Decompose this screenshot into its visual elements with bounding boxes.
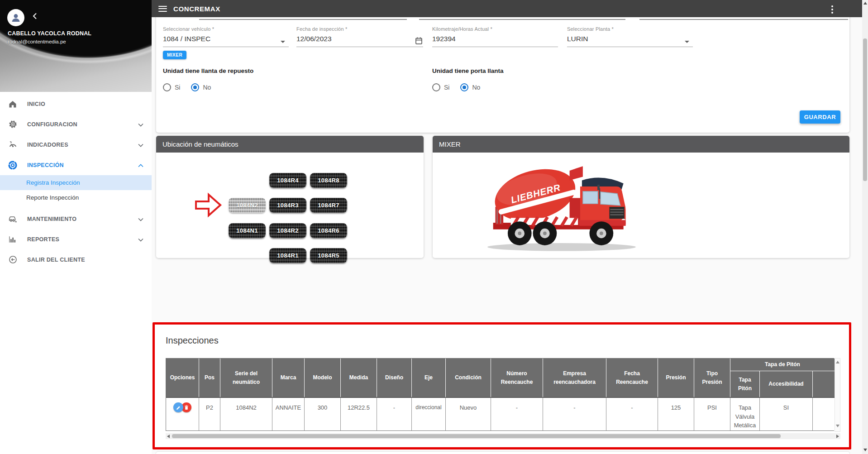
edit-row-button[interactable] <box>173 402 183 412</box>
cell-tapa-piton: Tapa Válvula Metálica <box>730 397 760 430</box>
trash-icon <box>184 405 189 410</box>
chevron-up-icon <box>138 161 143 169</box>
col-header: Fecha Reencauche <box>606 358 658 397</box>
inspections-title: Inspecciones <box>166 335 219 346</box>
tire-button[interactable]: 1084R7 <box>310 198 347 213</box>
scrolled-field-underline <box>419 19 625 20</box>
radio-label: No <box>472 84 480 91</box>
scroll-down-icon[interactable] <box>836 425 839 427</box>
cell-empresa-reencauchadora: - <box>543 397 606 430</box>
scroll-up-icon[interactable] <box>863 2 867 5</box>
cell-accesibilidad: SI <box>760 397 813 430</box>
calendar-icon[interactable] <box>415 37 422 46</box>
tire-button[interactable]: 1084R5 <box>310 248 347 263</box>
menu-icon[interactable] <box>158 4 167 13</box>
sidebar-item-inicio[interactable]: INICIO <box>0 94 152 114</box>
panel-title: MIXER <box>439 140 461 148</box>
scrollbar-thumb[interactable] <box>863 38 867 181</box>
tire-grid: 1084R4 1084R8 1084N2 1084R3 1084R7 1084N… <box>156 153 424 258</box>
tire-button[interactable]: 1084R6 <box>310 223 347 238</box>
mixer-panel: MIXER LIEBHERR <box>433 136 849 258</box>
sidebar-item-salir-del-cliente[interactable]: SALIR DEL CLIENTE <box>0 249 152 270</box>
sidebar-item-reporte-inspeccion[interactable]: Reporte Inspección <box>0 190 152 205</box>
tire-carrier-radio-group: Si No <box>432 83 486 91</box>
vehicle-icon <box>7 214 18 224</box>
radio-circle-selected[interactable] <box>460 83 468 91</box>
cell-tipo-presion: PSI <box>694 397 730 430</box>
top-app-bar: CONCREMAX <box>152 0 868 17</box>
tire-button[interactable]: 1084R4 <box>269 173 306 188</box>
collapse-sidebar-icon[interactable] <box>33 13 37 21</box>
sidebar-item-configuracion[interactable]: CONFIGURACION <box>0 114 152 134</box>
scroll-left-icon[interactable] <box>167 435 170 438</box>
scrolled-field-underline <box>199 19 407 20</box>
tire-button[interactable]: 1084N1 <box>229 223 266 238</box>
chevron-down-icon <box>138 215 143 223</box>
app-title: CONCREMAX <box>173 5 220 13</box>
field-value: 12/06/2023 <box>296 35 423 43</box>
cell-condicion: Nuevo <box>446 397 491 430</box>
radio-si[interactable]: Si <box>163 83 180 91</box>
tire-button[interactable]: 1084R3 <box>269 198 306 213</box>
dropdown-caret-icon <box>281 41 285 43</box>
tire-button-selected[interactable]: 1084N2 <box>229 198 266 213</box>
field-label: Seleccionar vehículo * <box>163 26 289 32</box>
sidebar-item-indicadores[interactable]: INDICADORES <box>0 134 152 155</box>
mixer-truck-illustration: LIEBHERR <box>469 156 654 256</box>
col-header: Eje <box>412 358 446 397</box>
scroll-right-icon[interactable] <box>836 435 839 438</box>
cell-numero-reencauche: - <box>491 397 543 430</box>
field-label: Fecha de inspección * <box>296 26 423 32</box>
plant-select[interactable]: Seleccionar Planta * LURIN <box>567 26 693 47</box>
next-section-edge <box>156 452 849 454</box>
field-underline <box>567 47 693 47</box>
field-label: Seleccionar Planta * <box>567 26 693 32</box>
sidebar-item-registra-inspeccion[interactable]: Registra Inspección <box>0 175 152 190</box>
panel-title: Ubicación de neumáticos <box>162 140 238 148</box>
panel-header: Ubicación de neumáticos <box>156 136 424 153</box>
vehicle-select[interactable]: Seleccionar vehículo * 1084 / INSPEC <box>163 26 289 47</box>
sidebar-item-inspeccion[interactable]: INSPECCIÓN <box>0 155 152 175</box>
field-underline <box>296 47 423 47</box>
mileage-field[interactable]: Kilometraje/Horas Actual * 192394 <box>432 26 558 47</box>
radio-circle-selected[interactable] <box>191 83 199 91</box>
col-header: Modelo <box>305 358 341 397</box>
person-icon <box>10 12 21 23</box>
scrollbar-thumb[interactable] <box>172 434 781 438</box>
inspection-icon <box>7 160 18 170</box>
save-button[interactable]: GUARDAR <box>800 110 840 124</box>
more-options-icon[interactable] <box>831 4 834 15</box>
col-header: Tipo Presión <box>694 358 730 397</box>
radio-no[interactable]: No <box>191 83 211 91</box>
user-email: rodnal@contentmedia.pe <box>8 39 66 44</box>
tire-carrier-question-label: Unidad tiene porta llanta <box>432 67 504 74</box>
col-header: Marca <box>272 358 305 397</box>
radio-circle[interactable] <box>163 83 171 91</box>
cell-eje: direccional <box>412 397 446 430</box>
sidebar-item-label: CONFIGURACION <box>27 121 77 128</box>
sidebar-item-mantenimiento[interactable]: MANTENIMIENTO <box>0 209 152 229</box>
scroll-up-icon[interactable] <box>836 361 839 363</box>
radio-label: Si <box>444 84 449 91</box>
table-vertical-scrollbar[interactable] <box>835 358 840 432</box>
panel-header: MIXER <box>433 136 849 153</box>
sidebar-subitem-label: Reporte Inspección <box>26 194 79 201</box>
cell-medida: 12R22.5 <box>341 397 377 430</box>
scrolled-field-underline <box>639 19 848 20</box>
gauge-icon <box>7 140 18 149</box>
col-header: Empresa reencauchadora <box>543 358 606 397</box>
tire-button[interactable]: 1084R2 <box>269 223 306 238</box>
inspection-date-field[interactable]: Fecha de inspección * 12/06/2023 <box>296 26 423 47</box>
sidebar-item-label: MANTENIMIENTO <box>27 216 76 222</box>
sidebar-item-reportes[interactable]: REPORTES <box>0 229 152 249</box>
field-label: Kilometraje/Horas Actual * <box>432 26 558 32</box>
radio-no[interactable]: No <box>460 83 480 91</box>
col-header: Pos <box>199 358 220 397</box>
radio-si[interactable]: Si <box>432 83 449 91</box>
scroll-down-icon[interactable] <box>863 449 867 451</box>
table-horizontal-scrollbar[interactable] <box>166 433 840 439</box>
tire-button[interactable]: 1084R1 <box>269 248 306 263</box>
page-scrollbar[interactable] <box>862 0 868 454</box>
tire-button[interactable]: 1084R8 <box>310 173 347 188</box>
radio-circle[interactable] <box>432 83 440 91</box>
